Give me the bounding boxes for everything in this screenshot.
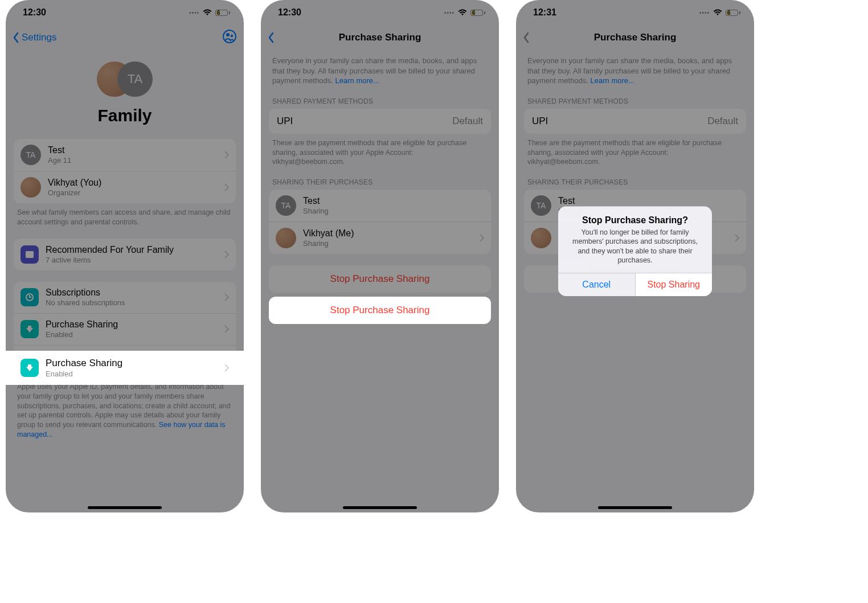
nav-title: Purchase Sharing xyxy=(261,32,499,43)
payment-method-row[interactable]: UPI Default xyxy=(269,109,491,134)
purchase-icon xyxy=(21,359,39,377)
recommended-row[interactable]: Recommended For Your Family 7 active ite… xyxy=(14,239,236,270)
recommended-title: Recommended For Your Family xyxy=(46,245,219,255)
avatar-initials-icon: TA xyxy=(531,195,551,216)
payment-footer: These are the payment methods that are e… xyxy=(269,134,491,167)
wifi-icon xyxy=(713,9,722,16)
svg-point-1 xyxy=(226,33,230,36)
status-time: 12:30 xyxy=(278,7,301,18)
nav-title: Purchase Sharing xyxy=(516,32,754,43)
screenshot-family: 12:30 •••• 6 Settings TA Family xyxy=(6,0,244,512)
cellular-icon: •••• xyxy=(444,10,455,16)
row-title: Purchase Sharing xyxy=(46,319,219,330)
chevron-right-icon xyxy=(224,293,229,301)
back-label: Settings xyxy=(22,32,56,43)
alert-confirm-button[interactable]: Stop Sharing xyxy=(636,273,713,296)
purchase-sharing-highlight[interactable]: Purchase Sharing Enabled xyxy=(6,351,244,385)
stop-purchase-sharing-highlight[interactable]: Stop Purchase Sharing xyxy=(269,297,491,324)
purchase-icon xyxy=(21,320,39,338)
back-button[interactable] xyxy=(523,32,530,43)
payment-footer: These are the payment methods that are e… xyxy=(524,134,746,167)
recommended-sub: 7 active items xyxy=(46,256,219,264)
payment-method-row[interactable]: UPI Default xyxy=(524,109,746,134)
page-title: Family xyxy=(6,106,244,125)
payment-group: SHARED PAYMENT METHODS UPI Default These… xyxy=(524,97,746,167)
back-button[interactable] xyxy=(268,32,275,43)
member-name: Vikhyat (Me) xyxy=(303,228,474,239)
learn-more-link[interactable]: Learn more... xyxy=(335,76,379,85)
status-right: •••• 6 xyxy=(444,9,485,16)
subscriptions-row[interactable]: Subscriptions No shared subscriptions xyxy=(14,282,236,314)
intro-text: Everyone in your family can share the me… xyxy=(269,50,491,86)
row-sub: No shared subscriptions xyxy=(46,298,219,307)
chevron-right-icon xyxy=(224,364,229,372)
avatar-photo-icon xyxy=(276,228,296,248)
status-bar: 12:30 •••• 6 xyxy=(261,0,499,25)
chevron-right-icon xyxy=(480,234,484,242)
row-title: Purchase Sharing xyxy=(46,358,219,369)
battery-icon: 6 xyxy=(470,10,485,16)
status-time: 12:30 xyxy=(23,7,46,18)
row-sub: Enabled xyxy=(46,330,219,339)
home-indicator[interactable] xyxy=(598,506,672,509)
payment-header: SHARED PAYMENT METHODS xyxy=(269,97,491,109)
avatar-photo-icon xyxy=(21,177,41,198)
chevron-right-icon xyxy=(735,234,739,242)
chevron-right-icon xyxy=(224,325,229,333)
chevron-right-icon xyxy=(224,251,229,259)
battery-icon: 6 xyxy=(215,10,230,16)
family-nav-icon[interactable] xyxy=(222,29,237,46)
member-sub: Age 11 xyxy=(48,156,219,165)
status-right: •••• 6 xyxy=(189,9,230,16)
sharing-member-row: TA Test Sharing xyxy=(269,190,491,222)
screenshot-purchase-sharing: 12:30 •••• 6 Purchase Sharing Everyone i… xyxy=(261,0,499,512)
back-button[interactable]: Settings xyxy=(13,32,56,43)
payment-method: UPI xyxy=(532,116,548,127)
payment-header: SHARED PAYMENT METHODS xyxy=(524,97,746,109)
payment-value: Default xyxy=(707,116,738,127)
payment-value: Default xyxy=(452,116,483,127)
intro-text: Everyone in your family can share the me… xyxy=(524,50,746,86)
member-name: Test xyxy=(48,145,219,155)
row-sub: Enabled xyxy=(46,370,219,378)
chevron-left-icon xyxy=(268,32,275,43)
chevron-right-icon xyxy=(224,151,229,159)
member-sub: Sharing xyxy=(303,207,484,215)
avatar-initials-icon: TA xyxy=(21,145,41,165)
services-footer: Apple uses your Apple ID, payment detail… xyxy=(14,378,236,440)
home-indicator[interactable] xyxy=(88,506,162,509)
alert-message: You'll no longer be billed for family me… xyxy=(566,228,704,265)
stop-group: Stop Purchase Sharing xyxy=(269,265,491,293)
sharing-member-row-me[interactable]: Vikhyat (Me) Sharing xyxy=(269,222,491,254)
member-name: Test xyxy=(558,196,739,206)
member-row-test[interactable]: TA Test Age 11 xyxy=(14,139,236,171)
avatar-pair: TA xyxy=(93,59,156,100)
payment-method: UPI xyxy=(277,116,293,127)
family-header: TA Family xyxy=(6,50,244,128)
cellular-icon: •••• xyxy=(189,10,199,16)
members-group: TA Test Age 11 Vikhyat (You) Organizer xyxy=(14,139,236,227)
sharing-header: SHARING THEIR PURCHASES xyxy=(524,178,746,190)
chevron-right-icon xyxy=(224,183,229,191)
confirm-alert: Stop Purchase Sharing? You'll no longer … xyxy=(558,206,712,296)
payment-group: SHARED PAYMENT METHODS UPI Default These… xyxy=(269,97,491,167)
cellular-icon: •••• xyxy=(699,10,710,16)
member-sub: Organizer xyxy=(48,188,219,197)
purchase-sharing-row[interactable]: Purchase Sharing Enabled xyxy=(14,314,236,346)
sharing-group: SHARING THEIR PURCHASES TA Test Sharing … xyxy=(269,178,491,254)
member-sub: Sharing xyxy=(303,239,474,248)
stop-purchase-sharing-button[interactable]: Stop Purchase Sharing xyxy=(269,265,491,293)
status-bar: 12:31 •••• 6 xyxy=(516,0,754,25)
nav-bar: Purchase Sharing xyxy=(261,25,499,50)
chevron-left-icon xyxy=(523,32,530,43)
member-row-you[interactable]: Vikhyat (You) Organizer xyxy=(14,171,236,203)
status-time: 12:31 xyxy=(533,7,556,18)
alert-cancel-button[interactable]: Cancel xyxy=(558,273,636,296)
recommended-group: Recommended For Your Family 7 active ite… xyxy=(14,239,236,270)
status-bar: 12:30 •••• 6 xyxy=(6,0,244,25)
svg-point-2 xyxy=(231,35,233,37)
home-indicator[interactable] xyxy=(343,506,417,509)
learn-more-link[interactable]: Learn more... xyxy=(591,76,634,85)
content-area: TA Test Age 11 Vikhyat (You) Organizer xyxy=(6,128,244,512)
nav-bar: Purchase Sharing xyxy=(516,25,754,50)
